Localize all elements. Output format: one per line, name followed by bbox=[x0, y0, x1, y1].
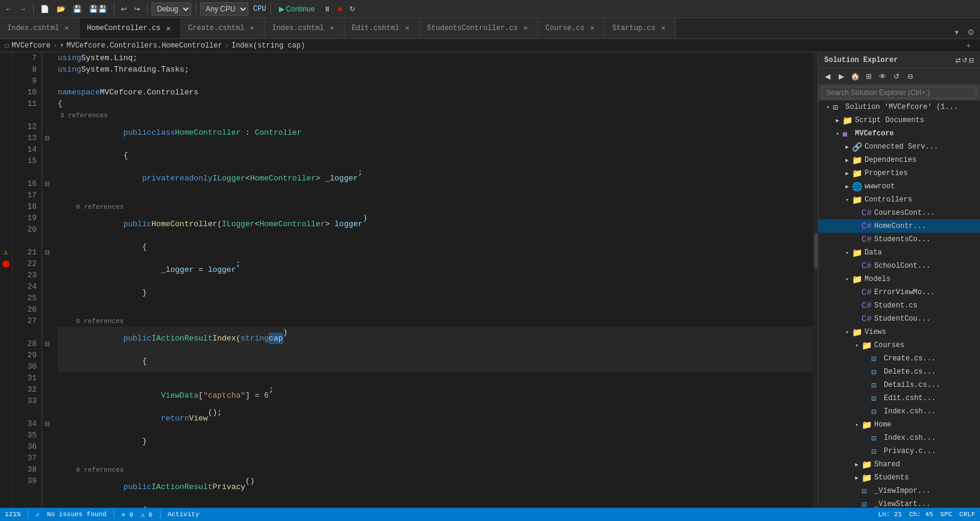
sidebar-toolbar-btn2[interactable]: ▶ bbox=[835, 70, 848, 83]
tab-startup-cs[interactable]: Startup.cs ✕ bbox=[605, 18, 676, 39]
tree-item-details-cshtml[interactable]: ⊡ Details.cs... bbox=[818, 378, 980, 392]
tree-item-index-courses-cshtml[interactable]: ⊡ Index.csh... bbox=[818, 405, 980, 418]
restart-btn[interactable]: ↻ bbox=[347, 4, 358, 14]
stop-btn[interactable]: ■ bbox=[335, 4, 345, 14]
collapse-btn-index[interactable]: ⊟ bbox=[42, 247, 53, 258]
cshtml-icon: ⊡ bbox=[871, 393, 882, 404]
breadcrumb-project[interactable]: MVCefcore bbox=[11, 42, 51, 50]
tab-settings-btn[interactable]: ⚙ bbox=[964, 25, 978, 39]
redo-btn[interactable]: ↪ bbox=[132, 4, 142, 14]
tab-close-btn[interactable]: ✕ bbox=[521, 23, 530, 33]
tree-item-privacy-cshtml[interactable]: ⊡ Privacy.c... bbox=[818, 445, 980, 458]
back-btn[interactable]: ← bbox=[2, 4, 14, 14]
tab-close-btn[interactable]: ✕ bbox=[247, 23, 257, 33]
sidebar-toolbar-btn4[interactable]: ⊞ bbox=[862, 70, 875, 83]
sidebar-toolbar-btn5[interactable]: 👁 bbox=[876, 70, 889, 83]
save-btn[interactable]: 💾 bbox=[70, 4, 84, 14]
tree-item-solution[interactable]: ▾ ⊡ Solution 'MVCefcore' (1... bbox=[818, 100, 980, 114]
continue-btn[interactable]: ▶ Continue bbox=[275, 4, 319, 14]
status-line-ending[interactable]: CRLF bbox=[960, 511, 975, 518]
tree-item-delete-cshtml[interactable]: ⊡ Delete.cs... bbox=[818, 365, 980, 378]
gutter-row-bp bbox=[0, 258, 11, 270]
tab-close-btn[interactable]: ✕ bbox=[402, 23, 412, 33]
tree-item-home-folder[interactable]: ▾ 📁 Home bbox=[818, 418, 980, 431]
sidebar-collapse-btn[interactable]: ⊟ bbox=[969, 57, 974, 64]
status-col[interactable]: Ch: 45 bbox=[909, 511, 933, 518]
tree-item-data[interactable]: ▾ 📁 Data bbox=[818, 246, 980, 259]
code-content-area[interactable]: using System.Linq; using System.Threadin… bbox=[53, 52, 813, 508]
tab-studentscontroller[interactable]: StudentsController.cs ✕ bbox=[420, 18, 538, 39]
tab-list-btn[interactable]: ▾ bbox=[950, 25, 963, 39]
new-file-btn[interactable]: 📄 bbox=[38, 4, 52, 14]
tree-item-models[interactable]: ▾ 📁 Models bbox=[818, 273, 980, 286]
collapse-btn-class[interactable]: ⊟ bbox=[42, 132, 53, 144]
code-line-21: public IActionResult Index(string cap) bbox=[58, 327, 813, 350]
tab-index-cshtml-2[interactable]: Index.cshtml ✕ bbox=[265, 18, 344, 39]
save-all-btn[interactable]: 💾💾 bbox=[87, 4, 109, 14]
tree-item-studentcourse[interactable]: C# StudentCou... bbox=[818, 312, 980, 325]
cpu-dropdown[interactable]: Any CPU bbox=[200, 2, 248, 16]
tree-item-errorvm[interactable]: C# ErrorViewMo... bbox=[818, 286, 980, 299]
tree-item-viewimports[interactable]: ⊡ _ViewImpor... bbox=[818, 484, 980, 498]
collapse-btn-privacy[interactable]: ⊟ bbox=[42, 338, 53, 350]
tree-item-scripts[interactable]: ▶ 📁 Script Documents bbox=[818, 114, 980, 127]
tab-course-cs[interactable]: Course.cs ✕ bbox=[538, 18, 605, 39]
tab-create-cshtml[interactable]: Create.cshtml ✕ bbox=[181, 18, 265, 39]
tab-close-btn[interactable]: ✕ bbox=[62, 23, 72, 33]
pause-btn[interactable]: ⏸ bbox=[321, 4, 333, 14]
forward-btn[interactable]: → bbox=[17, 4, 29, 14]
tab-index-cshtml-1[interactable]: Index.cshtml ✕ bbox=[0, 18, 79, 39]
sep2 bbox=[114, 4, 114, 14]
cshtml-icon: ⊡ bbox=[871, 446, 882, 457]
tree-item-school[interactable]: C# SchoolCont... bbox=[818, 259, 980, 273]
tree-item-connected[interactable]: ▶ 🔗 Connected Serv... bbox=[818, 140, 980, 153]
code-line-19: } bbox=[58, 281, 813, 304]
tree-item-edit-cshtml[interactable]: ⊡ Edit.csht... bbox=[818, 392, 980, 405]
gutter-row bbox=[0, 144, 11, 155]
sidebar-refresh-btn[interactable]: ↺ bbox=[962, 57, 967, 64]
tab-homecontroller[interactable]: HomeController.cs ✕ bbox=[79, 18, 180, 39]
tree-item-create-cshtml[interactable]: ⊡ Create.cs... bbox=[818, 352, 980, 365]
tree-item-courses-ctrl[interactable]: C# CoursesCont... bbox=[818, 206, 980, 220]
breadcrumb-path[interactable]: MVCefcore.Controllers.HomeController bbox=[66, 42, 222, 50]
tree-item-wwwroot[interactable]: ▶ 🌐 wwwroot bbox=[818, 180, 980, 193]
tree-item-home-ctrl[interactable]: C# HomeContr... bbox=[818, 220, 980, 233]
sidebar-sync-btn[interactable]: ⇄ bbox=[955, 57, 961, 64]
sidebar-toolbar-btn6[interactable]: ↺ bbox=[890, 70, 903, 83]
sidebar-toolbar-btn3[interactable]: 🏠 bbox=[848, 70, 862, 83]
tab-close-btn[interactable]: ✕ bbox=[327, 23, 337, 33]
breadcrumb-method[interactable]: Index(string cap) bbox=[231, 42, 305, 50]
tree-item-shared[interactable]: ▶ 📁 Shared bbox=[818, 458, 980, 471]
tab-edit-cshtml[interactable]: Edit.cshtml ✕ bbox=[345, 18, 420, 39]
status-line[interactable]: Ln: 21 bbox=[878, 511, 902, 518]
tree-item-properties[interactable]: ▶ 📁 Properties bbox=[818, 167, 980, 180]
undo-btn[interactable]: ↩ bbox=[118, 4, 129, 14]
folder-icon: 📁 bbox=[862, 420, 872, 430]
tree-item-project[interactable]: ▾ ◼ MVCefcore bbox=[818, 127, 980, 140]
sidebar-toolbar-btn1[interactable]: ◀ bbox=[821, 70, 834, 83]
tree-label: Controllers bbox=[865, 196, 912, 204]
tree-item-controllers[interactable]: ▾ 📁 Controllers bbox=[818, 193, 980, 206]
tree-item-deps[interactable]: ▶ 📁 Dependencies bbox=[818, 153, 980, 167]
tab-close-btn[interactable]: ✕ bbox=[164, 23, 173, 33]
tree-item-courses-folder[interactable]: ▾ 📁 Courses bbox=[818, 339, 980, 352]
tree-item-students-folder[interactable]: ▶ 📁 Students bbox=[818, 471, 980, 484]
sidebar-toolbar-btn7[interactable]: ⊖ bbox=[904, 70, 917, 83]
tree-item-student[interactable]: C# Student.cs bbox=[818, 299, 980, 312]
status-encoding[interactable]: SPC bbox=[940, 511, 952, 518]
tree-item-index-home-cshtml[interactable]: ⊡ Index.csh... bbox=[818, 431, 980, 445]
solution-tree: ▾ ⊡ Solution 'MVCefcore' (1... ▶ 📁 Scrip… bbox=[818, 100, 980, 508]
status-zoom[interactable]: 121% bbox=[5, 511, 20, 518]
collapse-btn-error[interactable]: ⊟ bbox=[42, 418, 53, 430]
tree-item-students-ctrl[interactable]: C# StudentsCo... bbox=[818, 233, 980, 246]
debug-dropdown[interactable]: Debug bbox=[152, 2, 191, 16]
collapse-btn-ctor[interactable]: ⊟ bbox=[42, 178, 53, 190]
breadcrumb-add-btn[interactable]: + bbox=[962, 39, 975, 52]
tree-item-views[interactable]: ▾ 📁 Views bbox=[818, 325, 980, 339]
tree-item-viewstart[interactable]: ⊡ _ViewStart... bbox=[818, 498, 980, 508]
open-btn[interactable]: 📂 bbox=[54, 4, 68, 14]
tab-close-btn[interactable]: ✕ bbox=[587, 23, 597, 33]
tab-close-btn[interactable]: ✕ bbox=[658, 23, 668, 33]
search-input[interactable] bbox=[822, 87, 976, 99]
tree-arrow bbox=[852, 210, 862, 216]
